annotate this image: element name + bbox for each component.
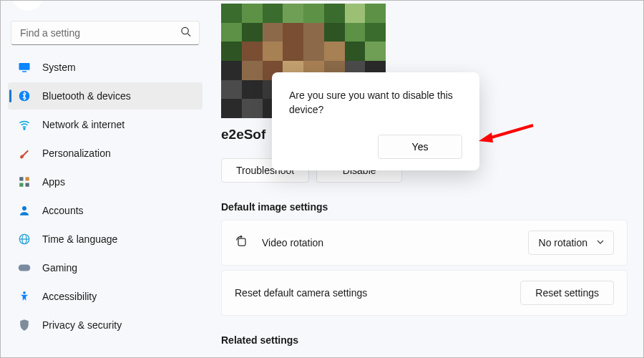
video-rotation-label: Video rotation [262,237,323,248]
nav-item-label: System [42,62,76,73]
person-icon [18,204,31,217]
rotate-icon [235,235,249,251]
svg-rect-2 [19,63,30,70]
nav-item-monitor[interactable]: System [8,54,203,81]
chevron-down-icon [596,237,605,248]
yes-button[interactable]: Yes [378,135,462,159]
nav-item-brush[interactable]: Personalization [8,140,203,167]
video-rotation-value: No rotation [539,237,587,248]
svg-line-17 [489,125,533,138]
nav-item-label: Accounts [42,205,84,216]
svg-point-15 [23,291,26,294]
monitor-icon [18,61,31,74]
svg-rect-6 [19,177,23,180]
account-subtitle: Local Account [52,0,106,2]
svg-rect-14 [19,265,31,271]
nav-item-shield[interactable]: Privacy & security [8,311,203,339]
video-rotation-panel: Video rotation No rotation [221,220,628,266]
shield-icon [18,319,31,332]
nav-item-label: Privacy & security [42,319,122,331]
access-icon [18,290,31,303]
brush-icon [18,147,31,160]
svg-rect-7 [26,177,29,180]
avatar [12,0,44,11]
video-rotation-select[interactable]: No rotation [528,231,614,255]
gamepad-icon [18,261,31,274]
svg-point-5 [24,128,25,130]
bluetooth-icon [18,90,31,102]
section-title-related: Related settings [221,334,628,346]
search-icon [180,26,191,40]
svg-rect-16 [238,238,245,246]
search-box [11,21,200,45]
section-title-default-image: Default image settings [221,201,628,213]
svg-marker-18 [479,132,493,142]
nav-item-person[interactable]: Accounts [8,197,203,224]
globe-icon [18,233,31,246]
search-input[interactable] [11,21,200,45]
nav-list: SystemBluetooth & devicesNetwork & inter… [8,54,203,339]
nav-item-globe[interactable]: Time & language [8,226,203,253]
settings-sidebar: Local Account SystemBluetooth & devicesN… [1,1,208,357]
wifi-icon [18,118,31,131]
nav-item-label: Apps [42,176,65,188]
nav-item-gamepad[interactable]: Gaming [8,254,203,281]
grid-icon [18,175,31,188]
nav-item-wifi[interactable]: Network & internet [8,111,203,138]
main-pane: e2eSof Troubleshoot Disable Default imag… [208,1,643,357]
svg-point-10 [22,206,26,211]
nav-item-label: Bluetooth & devices [42,90,131,102]
confirm-disable-dialog: Are you sure you want to disable this de… [272,72,479,170]
nav-item-label: Personalization [42,147,111,159]
nav-item-grid[interactable]: Apps [8,168,203,195]
nav-item-label: Network & internet [42,119,125,130]
account-block: Local Account [8,4,203,16]
nav-item-label: Time & language [42,233,117,245]
nav-item-bluetooth[interactable]: Bluetooth & devices [8,82,203,110]
annotation-arrow [476,121,535,148]
nav-item-access[interactable]: Accessibility [8,283,203,310]
nav-item-label: Gaming [42,262,77,274]
svg-rect-8 [19,183,23,187]
svg-line-1 [187,34,190,37]
dialog-message: Are you sure you want to disable this de… [289,88,462,117]
svg-point-0 [182,27,188,34]
reset-label: Reset default camera settings [235,287,367,299]
svg-rect-3 [22,71,26,72]
svg-rect-9 [26,183,29,187]
reset-settings-button[interactable]: Reset settings [520,281,614,305]
reset-panel: Reset default camera settings Reset sett… [221,270,628,316]
nav-item-label: Accessibility [42,291,97,302]
